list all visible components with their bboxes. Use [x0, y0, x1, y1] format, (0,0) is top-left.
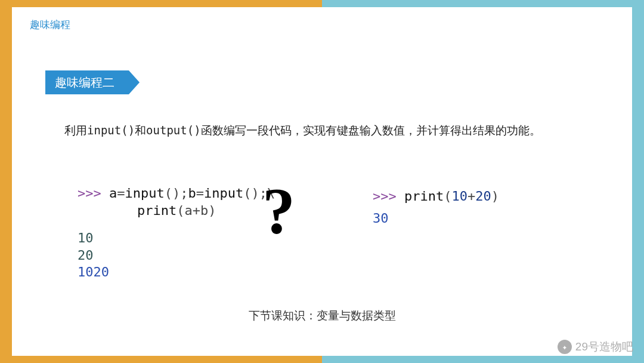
- fn-print-r: print: [404, 189, 444, 204]
- desc-suffix: 函数编写一段代码，实现有键盘输入数值，并计算得出结果的功能。: [201, 124, 541, 137]
- section-title-tag: 趣味编程二: [45, 70, 129, 94]
- var-a: a: [109, 186, 117, 201]
- var-b: b: [188, 186, 196, 201]
- fn-input: input: [125, 186, 164, 201]
- repl-prompt: >>>: [78, 186, 109, 201]
- task-description: 利用input()和output()函数编写一段代码，实现有键盘输入数值，并计算…: [64, 117, 541, 144]
- paren-open-r: (: [444, 189, 451, 204]
- desc-fn-input: input(): [87, 124, 135, 137]
- paren-2: (): [243, 186, 259, 201]
- watermark-label: 29号造物吧: [575, 339, 633, 355]
- code-line-r1: >>> print(10+20): [373, 185, 499, 207]
- desc-prefix: 利用: [64, 124, 87, 137]
- paren-1: (): [165, 186, 181, 201]
- repl-prompt-r: >>>: [373, 189, 404, 204]
- header-label: 趣味编程: [30, 18, 70, 32]
- code-block-right: >>> print(10+20) 30: [373, 185, 499, 230]
- sep-1: ;: [180, 186, 188, 201]
- print-args: (a+b): [177, 203, 216, 218]
- code-line-1: >>> a=input();b=input();\: [78, 185, 275, 202]
- spacer: [78, 219, 275, 230]
- code-line-2: print(a+b): [78, 202, 275, 220]
- op-eq-2: =: [196, 186, 204, 201]
- fn-input-2: input: [204, 186, 243, 201]
- desc-fn-output: output(): [146, 124, 201, 137]
- footer-next-lesson: 下节课知识：变量与数据类型: [12, 308, 632, 324]
- num-20: 20: [475, 189, 491, 204]
- op-plus: +: [467, 189, 475, 204]
- question-mark-icon: ?: [262, 178, 295, 244]
- watermark: ✦ 29号造物吧: [558, 339, 633, 355]
- output-30: 30: [373, 207, 499, 229]
- fn-print: print: [137, 203, 177, 218]
- output-20: 20: [78, 247, 275, 264]
- output-10: 10: [78, 230, 275, 247]
- op-eq: =: [117, 186, 125, 201]
- output-1020: 1020: [78, 264, 275, 281]
- paren-close-r: ): [491, 189, 499, 204]
- wechat-icon: ✦: [558, 340, 572, 354]
- code-block-left: >>> a=input();b=input();\ print(a+b) 10 …: [78, 185, 275, 281]
- slide-page: 趣味编程 趣味编程二 利用input()和output()函数编写一段代码，实现…: [12, 7, 632, 356]
- num-10: 10: [451, 189, 467, 204]
- desc-mid: 和: [135, 124, 146, 137]
